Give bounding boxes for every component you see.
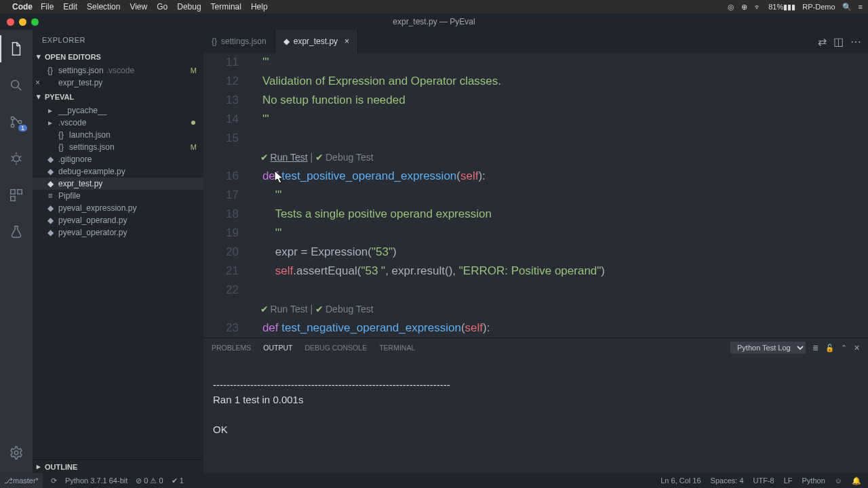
window-title: expr_test.py — PyEval	[393, 17, 475, 26]
window-titlebar: expr_test.py — PyEval	[0, 14, 868, 30]
search-activity[interactable]	[0, 72, 33, 99]
open-editor-item[interactable]: ×expr_test.py	[33, 77, 203, 89]
settings-activity[interactable]	[0, 439, 33, 466]
close-tab-icon[interactable]: ×	[344, 37, 349, 46]
svg-point-0	[12, 81, 19, 88]
code-editor[interactable]: 1112131415 16171819202122 23 ''' Validat…	[203, 53, 868, 338]
editor-tabs: {}settings.json◆expr_test.py× ⇄ ◫ ⋯	[203, 30, 868, 53]
svg-point-2	[11, 124, 14, 127]
output-body[interactable]: ----------------------------------------…	[203, 357, 868, 473]
status-encoding[interactable]: UTF-8	[753, 476, 774, 485]
open-editor-item[interactable]: {}settings.json .vscodeM	[33, 64, 203, 77]
bottom-panel: PROBLEMS OUTPUT DEBUG CONSOLE TERMINAL P…	[203, 338, 868, 473]
menu-go[interactable]: Go	[157, 2, 167, 12]
window-controls[interactable]	[0, 18, 39, 26]
file-tree-item[interactable]: ◆.gitignore	[33, 153, 203, 165]
menu-view[interactable]: View	[130, 2, 147, 12]
menu-debug[interactable]: Debug	[177, 2, 201, 12]
status-notifications-icon[interactable]: 🔔	[852, 476, 861, 485]
svg-point-3	[18, 121, 22, 124]
close-panel-icon[interactable]: ✕	[854, 344, 860, 352]
close-window-icon[interactable]	[7, 18, 14, 26]
more-icon[interactable]: ⋯	[850, 35, 861, 48]
open-editors-section[interactable]: ▾OPEN EDITORS	[33, 50, 203, 63]
file-tree-item[interactable]: ≡Pipfile	[33, 190, 203, 202]
status-lncol[interactable]: Ln 6, Col 16	[660, 476, 701, 485]
editor-tab[interactable]: {}settings.json	[203, 30, 275, 53]
explorer-activity[interactable]	[0, 35, 33, 62]
status-eol[interactable]: LF	[784, 476, 793, 485]
menu-help[interactable]: Help	[251, 2, 268, 12]
clear-output-icon[interactable]: ≣	[812, 344, 818, 352]
minimize-window-icon[interactable]	[19, 18, 26, 26]
svg-rect-6	[18, 190, 22, 194]
sidebar-header: EXPLORER	[33, 30, 203, 50]
extensions-activity[interactable]	[0, 182, 33, 209]
codelens[interactable]: ✔Run Test | ✔Debug Test	[250, 148, 868, 167]
menu-edit[interactable]: Edit	[63, 2, 77, 12]
editor-tab[interactable]: ◆expr_test.py×	[275, 30, 358, 53]
maximize-panel-icon[interactable]: ⌃	[841, 344, 847, 352]
file-tree-item[interactable]: {}launch.json	[33, 129, 203, 141]
split-editor-icon[interactable]: ◫	[833, 35, 844, 48]
status-feedback[interactable]: ☺	[835, 476, 842, 485]
status-python[interactable]: Python 3.7.1 64-bit	[65, 476, 127, 485]
file-tree-item[interactable]: ◆pyeval_operand.py	[33, 214, 203, 226]
svg-rect-5	[11, 190, 15, 194]
menu-icon[interactable]: ≡	[859, 3, 863, 11]
output-channel-select[interactable]: Python Test Log	[730, 342, 806, 354]
status-tests[interactable]: ✔ 1	[172, 476, 184, 485]
file-tree-item[interactable]: ◆debug-example.py	[33, 165, 203, 178]
status-branch[interactable]: ⎇ master*	[0, 473, 43, 488]
svg-point-4	[13, 155, 19, 161]
explorer-sidebar: EXPLORER ▾OPEN EDITORS {}settings.json .…	[33, 30, 203, 473]
project-section[interactable]: ▾PYEVAL	[33, 90, 203, 103]
status-icon[interactable]: ⊕	[741, 3, 747, 12]
app-name[interactable]: Code	[12, 2, 33, 12]
user-label[interactable]: RP-Demo	[802, 3, 835, 11]
close-icon[interactable]: ×	[35, 78, 40, 87]
status-spaces[interactable]: Spaces: 4	[711, 476, 744, 485]
scm-activity[interactable]: 1	[0, 108, 33, 136]
test-activity[interactable]	[0, 218, 33, 245]
panel-tab-terminal[interactable]: TERMINAL	[379, 344, 415, 352]
status-icon[interactable]: ◎	[728, 3, 734, 12]
menu-file[interactable]: File	[41, 2, 54, 12]
search-icon[interactable]: 🔍	[842, 3, 852, 12]
status-problems[interactable]: ⊘ 0 ⚠ 0	[136, 476, 163, 485]
editor-area: {}settings.json◆expr_test.py× ⇄ ◫ ⋯ 1112…	[203, 30, 868, 473]
status-language[interactable]: Python	[802, 476, 825, 485]
panel-tab-output[interactable]: OUTPUT	[263, 344, 292, 352]
outline-section[interactable]: ▸OUTLINE	[33, 460, 203, 473]
file-tree-item[interactable]: ▸.vscode	[33, 117, 203, 129]
status-sync[interactable]: ⟳	[51, 476, 57, 485]
svg-rect-7	[11, 197, 15, 201]
file-tree-item[interactable]: ◆pyeval_expression.py	[33, 202, 203, 214]
split-compare-icon[interactable]: ⇄	[818, 35, 827, 48]
file-tree-item[interactable]: ▸__pycache__	[33, 104, 203, 117]
svg-point-1	[11, 117, 14, 120]
panel-tab-debug-console[interactable]: DEBUG CONSOLE	[305, 344, 368, 352]
panel-tab-problems[interactable]: PROBLEMS	[212, 344, 251, 352]
menu-terminal[interactable]: Terminal	[211, 2, 241, 12]
battery-icon[interactable]: 81% ▮▮▮	[768, 3, 795, 12]
file-tree-item[interactable]: ◆pyeval_operator.py	[33, 226, 203, 239]
file-tree-item[interactable]: {}settings.jsonM	[33, 141, 203, 153]
svg-point-8	[14, 451, 18, 455]
wifi-icon[interactable]: ᯤ	[754, 3, 762, 11]
codelens[interactable]: ✔Run Test | ✔Debug Test	[250, 300, 868, 319]
status-bar: ⎇ master* ⟳ Python 3.7.1 64-bit ⊘ 0 ⚠ 0 …	[0, 473, 868, 488]
file-tree-item[interactable]: ◆expr_test.py	[33, 178, 203, 190]
activity-bar: 1	[0, 30, 33, 473]
zoom-window-icon[interactable]	[31, 18, 39, 26]
debug-activity[interactable]	[0, 145, 33, 172]
macos-menubar: Code File Edit Selection View Go Debug T…	[0, 0, 868, 14]
menu-selection[interactable]: Selection	[87, 2, 120, 12]
lock-scroll-icon[interactable]: 🔓	[825, 344, 834, 352]
